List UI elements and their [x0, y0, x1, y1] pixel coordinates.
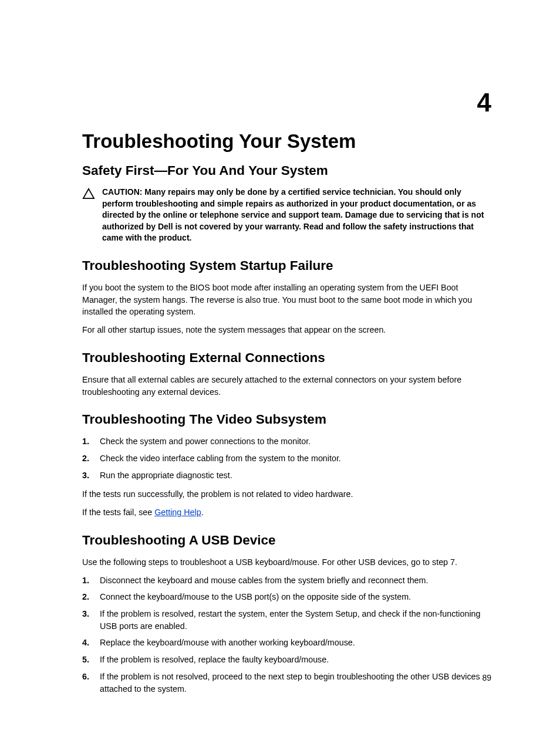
heading-safety: Safety First—For You And Your System	[82, 163, 491, 178]
list-item: If the problem is resolved, restart the …	[82, 608, 491, 632]
heading-video-subsystem: Troubleshooting The Video Subsystem	[82, 412, 491, 427]
paragraph: If the tests fail, see Getting Help.	[82, 506, 491, 519]
page-content: Troubleshooting Your System Safety First…	[0, 0, 560, 737]
page-title: Troubleshooting Your System	[82, 130, 491, 153]
caution-triangle-icon	[82, 188, 95, 199]
caution-block: CAUTION: Many repairs may only be done b…	[82, 187, 491, 244]
list-item: Replace the keyboard/mouse with another …	[82, 637, 491, 649]
list-item: Check the video interface cabling from t…	[82, 452, 491, 465]
ordered-list-usb: Disconnect the keyboard and mouse cables…	[82, 574, 491, 695]
ordered-list-video: Check the system and power connections t…	[82, 435, 491, 481]
list-item: Disconnect the keyboard and mouse cables…	[82, 574, 491, 587]
text-span: If the tests fail, see	[82, 508, 154, 517]
chapter-number: 4	[477, 88, 491, 117]
text-span: .	[201, 508, 204, 517]
caution-text: CAUTION: Many repairs may only be done b…	[102, 187, 491, 244]
list-item: Connect the keyboard/mouse to the USB po…	[82, 591, 491, 603]
getting-help-link[interactable]: Getting Help	[154, 508, 201, 517]
paragraph: If the tests run successfully, the probl…	[82, 488, 491, 500]
page-number: 89	[482, 673, 491, 682]
list-item: Run the appropriate diagnostic test.	[82, 469, 491, 482]
list-item: If the problem is resolved, replace the …	[82, 654, 491, 666]
paragraph: Ensure that all external cables are secu…	[82, 374, 491, 398]
list-item: Check the system and power connections t…	[82, 435, 491, 448]
heading-external-connections: Troubleshooting External Connections	[82, 350, 491, 366]
heading-startup-failure: Troubleshooting System Startup Failure	[82, 258, 491, 273]
paragraph: Use the following steps to troubleshoot …	[82, 556, 491, 569]
paragraph: If you boot the system to the BIOS boot …	[82, 282, 491, 318]
heading-usb-device: Troubleshooting A USB Device	[82, 533, 491, 548]
paragraph: For all other startup issues, note the s…	[82, 324, 491, 336]
list-item: If the problem is not resolved, proceed …	[82, 671, 491, 695]
